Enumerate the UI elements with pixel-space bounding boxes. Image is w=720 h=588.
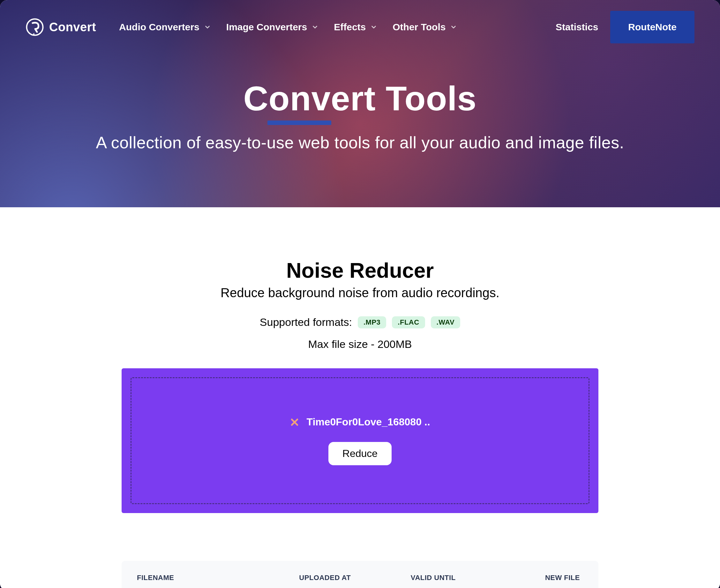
- nav-other-tools[interactable]: Other Tools: [393, 22, 457, 33]
- format-badge-flac: .FLAC: [392, 316, 425, 329]
- hero-title-underline: [267, 121, 331, 125]
- nav-links: Audio Converters Image Converters Effect…: [119, 22, 457, 33]
- nav-effects[interactable]: Effects: [334, 22, 377, 33]
- nav-audio-converters[interactable]: Audio Converters: [119, 22, 211, 33]
- tool-subtitle: Reduce background noise from audio recor…: [221, 286, 499, 300]
- remove-file-icon[interactable]: [290, 417, 299, 427]
- chevron-down-icon: [370, 24, 377, 30]
- svg-point-0: [26, 19, 43, 35]
- supported-formats: Supported formats: .MP3 .FLAC .WAV: [260, 316, 460, 329]
- format-badge-mp3: .MP3: [358, 316, 386, 329]
- tool-title: Noise Reducer: [286, 258, 434, 282]
- nav-statistics[interactable]: Statistics: [556, 22, 598, 33]
- format-badge-wav: .WAV: [431, 316, 461, 329]
- brand-logo-icon: [25, 18, 44, 36]
- th-newfile: NEW FILE: [512, 574, 583, 582]
- th-valid: VALID UNTIL: [411, 574, 512, 582]
- hero: Convert Audio Converters Image Converter…: [0, 0, 720, 207]
- nav-item-label: Effects: [334, 22, 366, 33]
- results-table-header: FILENAME UPLOADED AT VALID UNTIL NEW FIL…: [122, 561, 598, 588]
- th-uploaded: UPLOADED AT: [299, 574, 411, 582]
- nav-right: Statistics RouteNote: [556, 11, 695, 43]
- th-filename: FILENAME: [137, 574, 299, 582]
- formats-label: Supported formats:: [260, 316, 352, 329]
- nav-item-label: Audio Converters: [119, 22, 199, 33]
- upload-dropzone[interactable]: Time0For0Love_168080 .. Reduce: [131, 377, 589, 504]
- upload-panel: Time0For0Love_168080 .. Reduce: [122, 368, 598, 513]
- brand[interactable]: Convert: [25, 18, 96, 36]
- uploaded-file-name: Time0For0Love_168080 ..: [306, 416, 430, 428]
- nav-item-label: Image Converters: [226, 22, 307, 33]
- brand-name: Convert: [49, 20, 96, 34]
- nav-image-converters[interactable]: Image Converters: [226, 22, 319, 33]
- main: Noise Reducer Reduce background noise fr…: [0, 207, 720, 588]
- chevron-down-icon: [312, 24, 319, 30]
- app-shell: Convert Audio Converters Image Converter…: [0, 0, 720, 588]
- routenote-button[interactable]: RouteNote: [610, 11, 695, 43]
- reduce-button[interactable]: Reduce: [328, 442, 392, 465]
- nav-item-label: Other Tools: [393, 22, 445, 33]
- chevron-down-icon: [450, 24, 457, 30]
- hero-text: Convert Tools A collection of easy-to-us…: [0, 79, 720, 152]
- max-file-size: Max file size - 200MB: [308, 338, 412, 351]
- uploaded-file-row: Time0For0Love_168080 ..: [290, 416, 430, 428]
- navbar: Convert Audio Converters Image Converter…: [0, 0, 720, 43]
- hero-subtitle: A collection of easy-to-use web tools fo…: [0, 133, 720, 152]
- chevron-down-icon: [204, 24, 211, 30]
- hero-title: Convert Tools: [0, 79, 720, 118]
